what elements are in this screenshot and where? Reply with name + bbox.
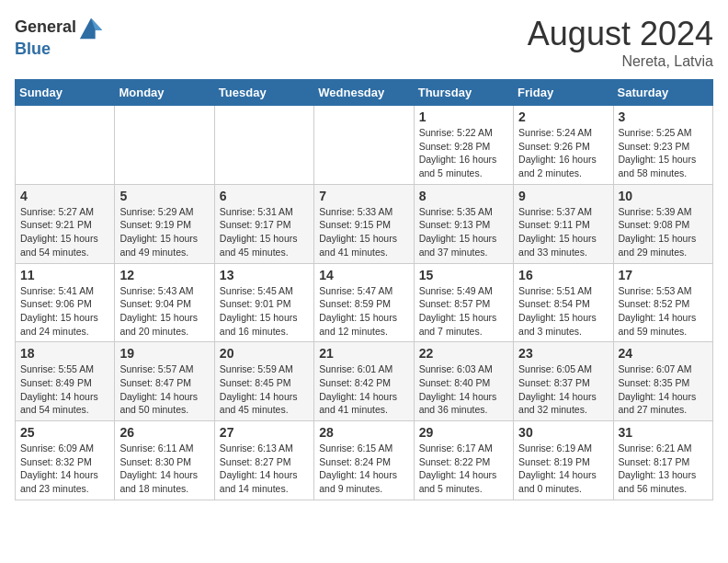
- day-info: Sunrise: 6:03 AM Sunset: 8:40 PM Dayligh…: [419, 362, 508, 417]
- day-number: 14: [319, 268, 408, 282]
- calendar-day-cell: 26Sunrise: 6:11 AM Sunset: 8:30 PM Dayli…: [115, 421, 214, 500]
- day-info: Sunrise: 6:01 AM Sunset: 8:42 PM Dayligh…: [319, 362, 408, 417]
- day-number: 6: [220, 189, 309, 203]
- calendar-day-cell: 18Sunrise: 5:55 AM Sunset: 8:49 PM Dayli…: [16, 342, 115, 421]
- calendar-week-row: 25Sunrise: 6:09 AM Sunset: 8:32 PM Dayli…: [16, 421, 713, 500]
- day-info: Sunrise: 6:07 AM Sunset: 8:35 PM Dayligh…: [619, 362, 708, 417]
- calendar-day-cell: [115, 106, 214, 185]
- weekday-header: Sunday: [16, 80, 115, 106]
- day-info: Sunrise: 5:59 AM Sunset: 8:45 PM Dayligh…: [220, 362, 309, 417]
- day-number: 23: [518, 346, 608, 361]
- day-number: 25: [20, 425, 109, 440]
- month-year: August 2024: [528, 15, 713, 53]
- calendar-day-cell: 17Sunrise: 5:53 AM Sunset: 8:52 PM Dayli…: [613, 263, 712, 342]
- calendar-day-cell: 12Sunrise: 5:43 AM Sunset: 9:04 PM Dayli…: [115, 263, 214, 342]
- day-info: Sunrise: 5:29 AM Sunset: 9:19 PM Dayligh…: [119, 205, 209, 259]
- day-number: 8: [419, 189, 508, 203]
- day-number: 2: [518, 109, 608, 124]
- weekday-header-row: SundayMondayTuesdayWednesdayThursdayFrid…: [16, 80, 713, 106]
- day-number: 4: [20, 189, 109, 203]
- day-info: Sunrise: 5:55 AM Sunset: 8:49 PM Dayligh…: [20, 362, 109, 417]
- calendar-day-cell: 30Sunrise: 6:19 AM Sunset: 8:19 PM Dayli…: [514, 421, 613, 500]
- calendar-table: SundayMondayTuesdayWednesdayThursdayFrid…: [15, 79, 713, 500]
- calendar-day-cell: 8Sunrise: 5:35 AM Sunset: 9:13 PM Daylig…: [414, 184, 513, 263]
- calendar-day-cell: 13Sunrise: 5:45 AM Sunset: 9:01 PM Dayli…: [214, 263, 313, 342]
- day-number: 3: [619, 109, 708, 124]
- location: Nereta, Latvia: [528, 53, 713, 70]
- day-info: Sunrise: 5:33 AM Sunset: 9:15 PM Dayligh…: [319, 205, 408, 259]
- day-info: Sunrise: 5:22 AM Sunset: 9:28 PM Dayligh…: [419, 126, 508, 180]
- calendar-day-cell: 23Sunrise: 6:05 AM Sunset: 8:37 PM Dayli…: [514, 342, 613, 421]
- calendar-week-row: 11Sunrise: 5:41 AM Sunset: 9:06 PM Dayli…: [16, 263, 713, 342]
- calendar-day-cell: 6Sunrise: 5:31 AM Sunset: 9:17 PM Daylig…: [214, 184, 313, 263]
- day-info: Sunrise: 5:49 AM Sunset: 8:57 PM Dayligh…: [419, 284, 508, 339]
- calendar-day-cell: 20Sunrise: 5:59 AM Sunset: 8:45 PM Dayli…: [214, 342, 313, 421]
- weekday-header: Thursday: [414, 80, 513, 106]
- calendar-day-cell: 15Sunrise: 5:49 AM Sunset: 8:57 PM Dayli…: [414, 263, 513, 342]
- day-info: Sunrise: 5:57 AM Sunset: 8:47 PM Dayligh…: [119, 362, 209, 417]
- day-number: 21: [319, 346, 408, 361]
- day-number: 9: [518, 189, 608, 203]
- calendar-day-cell: 25Sunrise: 6:09 AM Sunset: 8:32 PM Dayli…: [16, 421, 115, 500]
- day-info: Sunrise: 6:19 AM Sunset: 8:19 PM Dayligh…: [518, 442, 608, 496]
- day-number: 10: [619, 189, 708, 203]
- calendar-day-cell: 10Sunrise: 5:39 AM Sunset: 9:08 PM Dayli…: [613, 184, 712, 263]
- day-number: 22: [419, 346, 508, 361]
- page-header: General Blue August 2024 Nereta, Latvia: [15, 15, 713, 70]
- calendar-day-cell: 2Sunrise: 5:24 AM Sunset: 9:26 PM Daylig…: [514, 106, 613, 185]
- day-number: 27: [220, 425, 309, 440]
- day-number: 12: [119, 268, 209, 282]
- day-number: 30: [518, 425, 608, 440]
- calendar-day-cell: 28Sunrise: 6:15 AM Sunset: 8:24 PM Dayli…: [314, 421, 414, 500]
- day-info: Sunrise: 6:21 AM Sunset: 8:17 PM Dayligh…: [619, 442, 708, 496]
- day-number: 20: [220, 346, 309, 361]
- day-info: Sunrise: 5:43 AM Sunset: 9:04 PM Dayligh…: [119, 284, 209, 339]
- calendar-week-row: 4Sunrise: 5:27 AM Sunset: 9:21 PM Daylig…: [16, 184, 713, 263]
- day-info: Sunrise: 5:39 AM Sunset: 9:08 PM Dayligh…: [619, 205, 708, 259]
- weekday-header: Tuesday: [214, 80, 313, 106]
- day-number: 28: [319, 425, 408, 440]
- calendar-day-cell: 16Sunrise: 5:51 AM Sunset: 8:54 PM Dayli…: [514, 263, 613, 342]
- logo-blue: Blue: [15, 40, 104, 59]
- calendar-day-cell: 5Sunrise: 5:29 AM Sunset: 9:19 PM Daylig…: [115, 184, 214, 263]
- calendar-day-cell: 22Sunrise: 6:03 AM Sunset: 8:40 PM Dayli…: [414, 342, 513, 421]
- day-info: Sunrise: 5:51 AM Sunset: 8:54 PM Dayligh…: [518, 284, 608, 339]
- title-section: August 2024 Nereta, Latvia: [528, 15, 713, 70]
- weekday-header: Wednesday: [314, 80, 414, 106]
- calendar-day-cell: [214, 106, 313, 185]
- day-info: Sunrise: 6:09 AM Sunset: 8:32 PM Dayligh…: [20, 442, 109, 496]
- calendar-day-cell: 4Sunrise: 5:27 AM Sunset: 9:21 PM Daylig…: [16, 184, 115, 263]
- logo-general: General: [15, 18, 76, 37]
- day-info: Sunrise: 6:13 AM Sunset: 8:27 PM Dayligh…: [220, 442, 309, 496]
- calendar-day-cell: 11Sunrise: 5:41 AM Sunset: 9:06 PM Dayli…: [16, 263, 115, 342]
- logo-icon: [78, 15, 104, 40]
- logo: General Blue: [15, 15, 104, 59]
- calendar-day-cell: 29Sunrise: 6:17 AM Sunset: 8:22 PM Dayli…: [414, 421, 513, 500]
- day-info: Sunrise: 5:27 AM Sunset: 9:21 PM Dayligh…: [20, 205, 109, 259]
- weekday-header: Monday: [115, 80, 214, 106]
- calendar-day-cell: 14Sunrise: 5:47 AM Sunset: 8:59 PM Dayli…: [314, 263, 414, 342]
- calendar-day-cell: 19Sunrise: 5:57 AM Sunset: 8:47 PM Dayli…: [115, 342, 214, 421]
- day-info: Sunrise: 6:11 AM Sunset: 8:30 PM Dayligh…: [119, 442, 209, 496]
- calendar-day-cell: [314, 106, 414, 185]
- day-info: Sunrise: 5:24 AM Sunset: 9:26 PM Dayligh…: [518, 126, 608, 180]
- calendar-week-row: 18Sunrise: 5:55 AM Sunset: 8:49 PM Dayli…: [16, 342, 713, 421]
- day-info: Sunrise: 5:53 AM Sunset: 8:52 PM Dayligh…: [619, 284, 708, 339]
- day-number: 1: [419, 109, 508, 124]
- day-info: Sunrise: 5:45 AM Sunset: 9:01 PM Dayligh…: [220, 284, 309, 339]
- calendar-day-cell: 7Sunrise: 5:33 AM Sunset: 9:15 PM Daylig…: [314, 184, 414, 263]
- calendar-day-cell: [16, 106, 115, 185]
- day-number: 29: [419, 425, 508, 440]
- weekday-header: Friday: [514, 80, 613, 106]
- day-info: Sunrise: 6:17 AM Sunset: 8:22 PM Dayligh…: [419, 442, 508, 496]
- day-info: Sunrise: 5:31 AM Sunset: 9:17 PM Dayligh…: [220, 205, 309, 259]
- day-number: 24: [619, 346, 708, 361]
- calendar-day-cell: 1Sunrise: 5:22 AM Sunset: 9:28 PM Daylig…: [414, 106, 513, 185]
- day-number: 5: [119, 189, 209, 203]
- day-info: Sunrise: 5:47 AM Sunset: 8:59 PM Dayligh…: [319, 284, 408, 339]
- day-number: 7: [319, 189, 408, 203]
- calendar-day-cell: 3Sunrise: 5:25 AM Sunset: 9:23 PM Daylig…: [613, 106, 712, 185]
- calendar-day-cell: 27Sunrise: 6:13 AM Sunset: 8:27 PM Dayli…: [214, 421, 313, 500]
- day-number: 18: [20, 346, 109, 361]
- calendar-week-row: 1Sunrise: 5:22 AM Sunset: 9:28 PM Daylig…: [16, 106, 713, 185]
